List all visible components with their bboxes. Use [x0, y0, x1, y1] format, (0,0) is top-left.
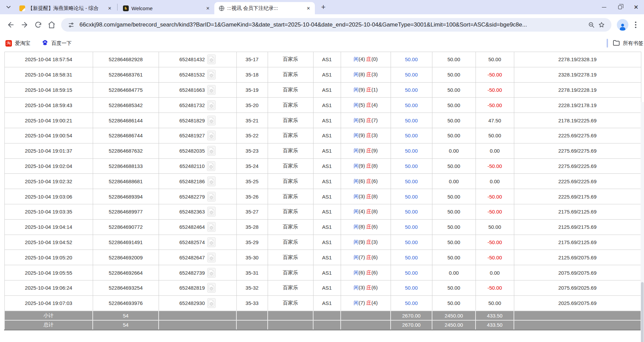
video-replay-icon[interactable] [207, 146, 216, 156]
address-bar[interactable]: 66cxkj98.com/game/betrecord_search/kind3… [61, 18, 611, 32]
video-replay-icon[interactable] [207, 283, 216, 293]
minimize-icon[interactable] [596, 0, 612, 14]
cell-valid-amount: 50.00 [432, 128, 476, 143]
cell-bet-id: 522864689977 [93, 204, 159, 219]
close-icon[interactable]: ✕ [106, 4, 113, 12]
cell-account: AS1 [313, 174, 341, 189]
video-replay-icon[interactable] [207, 192, 216, 202]
tab-forum[interactable]: 【新提醒】海燕策略论坛 - 综合 ✕ [15, 2, 116, 14]
video-replay-icon[interactable] [207, 70, 216, 80]
cell-bet-amount[interactable]: 50.00 [391, 158, 432, 174]
cell-bet-id: 522864688133 [93, 158, 159, 174]
cell-summary-count: 54 [93, 311, 159, 320]
cell-balance: 2225.69/2275.69 [514, 128, 641, 143]
cell-bet-amount[interactable]: 50.00 [391, 113, 432, 128]
zoom-out-icon[interactable] [586, 20, 596, 30]
site-info-tune-icon[interactable] [66, 20, 76, 30]
profile-avatar-icon[interactable] [617, 19, 628, 31]
video-replay-icon[interactable] [207, 131, 216, 140]
cell-bet-time: 2025-10-04 19:03:35 [4, 204, 93, 219]
cell-win-loss: -50.00 [476, 235, 514, 250]
tab-bet-records-active[interactable]: :::视讯 会员下注纪录::: ✕ [214, 2, 315, 14]
cell-bet-id: 522864686144 [93, 113, 159, 128]
all-bookmarks[interactable]: 所有书签 [607, 35, 643, 51]
video-replay-icon[interactable] [207, 100, 216, 110]
cell-bet-amount[interactable]: 50.00 [391, 295, 432, 311]
cell-round-id: 652482819 [159, 280, 236, 295]
video-replay-icon[interactable] [207, 85, 216, 95]
video-replay-icon[interactable] [207, 176, 216, 186]
menu-dots-icon[interactable] [631, 19, 640, 31]
cell-bet-amount[interactable]: 50.00 [391, 128, 432, 143]
video-replay-icon[interactable] [207, 268, 216, 278]
video-replay-icon[interactable] [207, 54, 216, 64]
cell-bet-amount[interactable]: 50.00 [391, 250, 432, 265]
cell-table-round: 35-19 [236, 82, 268, 98]
cell-bet-amount[interactable]: 50.00 [391, 174, 432, 189]
back-icon[interactable] [5, 19, 17, 31]
video-replay-icon[interactable] [207, 237, 216, 247]
cell-bet-time: 2025-10-04 19:07:03 [4, 295, 93, 311]
cell-bet-detail: 闲(9) 庄(1) [341, 82, 391, 98]
reload-icon[interactable] [32, 19, 44, 31]
cell-win-loss: -50.00 [476, 250, 514, 265]
video-replay-icon[interactable] [207, 222, 216, 232]
window-close-icon[interactable]: ✕ [628, 0, 644, 14]
new-tab-plus-icon[interactable]: + [318, 2, 328, 12]
tab-welcome[interactable]: ♞ Welcome ✕ [119, 2, 214, 14]
cell-balance: 2328.19/2278.19 [514, 67, 641, 82]
cell-round-id: 652482647 [159, 250, 236, 265]
video-replay-icon[interactable] [207, 298, 216, 308]
cell-round-id: 652481532 [159, 67, 236, 82]
cell-table-round: 35-27 [236, 204, 268, 219]
cell-round-id: 652482574 [159, 235, 236, 250]
cell-bet-amount[interactable]: 50.00 [391, 204, 432, 219]
cell-bet-id: 522864693976 [93, 295, 159, 311]
cell-game-type: 百家乐 [268, 219, 313, 235]
video-replay-icon[interactable] [207, 207, 216, 217]
video-replay-icon[interactable] [207, 161, 215, 171]
forward-icon[interactable] [19, 19, 30, 31]
cell-bet-id: 522864684775 [93, 82, 159, 98]
cell-bet-amount[interactable]: 50.00 [391, 189, 432, 204]
cell-balance: 2075.69/2025.69 [514, 280, 641, 295]
video-replay-icon[interactable] [207, 116, 216, 125]
home-icon[interactable] [46, 19, 57, 31]
cell-balance: 2075.69/2075.69 [514, 265, 641, 280]
cell-bet-amount[interactable]: 50.00 [391, 67, 432, 82]
bookmark-taobao[interactable]: 淘 爱淘宝 [5, 40, 30, 47]
cell-summary-empty [313, 311, 341, 320]
cell-bet-time: 2025-10-04 18:59:43 [4, 98, 93, 113]
cell-bet-amount[interactable]: 50.00 [391, 219, 432, 235]
maximize-restore-icon[interactable] [612, 0, 628, 14]
cell-bet-amount[interactable]: 50.00 [391, 235, 432, 250]
cell-game-type: 百家乐 [268, 113, 313, 128]
cell-bet-amount[interactable]: 50.00 [391, 280, 432, 295]
cell-valid-amount: 50.00 [432, 250, 476, 265]
cell-bet-time: 2025-10-04 18:59:15 [4, 82, 93, 98]
cell-account: AS1 [313, 113, 341, 128]
bookmarks-bar: 淘 爱淘宝 百度一下 所有书签 [0, 35, 644, 51]
cell-valid-amount: 50.00 [432, 189, 476, 204]
url-text[interactable]: 66cxkj98.com/game/betrecord_search/kind3… [79, 21, 583, 28]
cell-summary-empty [236, 311, 268, 320]
cell-bet-amount[interactable]: 50.00 [391, 265, 432, 280]
tab-search-chevron-icon[interactable] [3, 2, 14, 12]
cell-win-loss: 50.00 [476, 128, 514, 143]
cell-bet-amount[interactable]: 50.00 [391, 143, 432, 158]
cell-bet-amount[interactable]: 50.00 [391, 82, 432, 98]
cell-round-id: 652481732 [159, 98, 236, 113]
video-replay-icon[interactable] [207, 253, 216, 262]
cell-bet-id: 522864683761 [93, 67, 159, 82]
close-icon[interactable]: ✕ [204, 4, 212, 12]
page-scrollbar[interactable] [641, 102, 644, 342]
bookmark-star-icon[interactable] [596, 20, 607, 30]
scrollbar-thumb[interactable] [641, 282, 644, 342]
cell-summary-empty [313, 320, 341, 330]
cell-valid-amount: 50.00 [432, 67, 476, 82]
cell-bet-amount[interactable]: 50.00 [391, 98, 432, 113]
bookmark-baidu[interactable]: 百度一下 [42, 39, 72, 47]
close-icon[interactable]: ✕ [305, 4, 312, 12]
cell-bet-amount[interactable]: 50.00 [391, 52, 432, 67]
cell-summary-empty [341, 320, 391, 330]
